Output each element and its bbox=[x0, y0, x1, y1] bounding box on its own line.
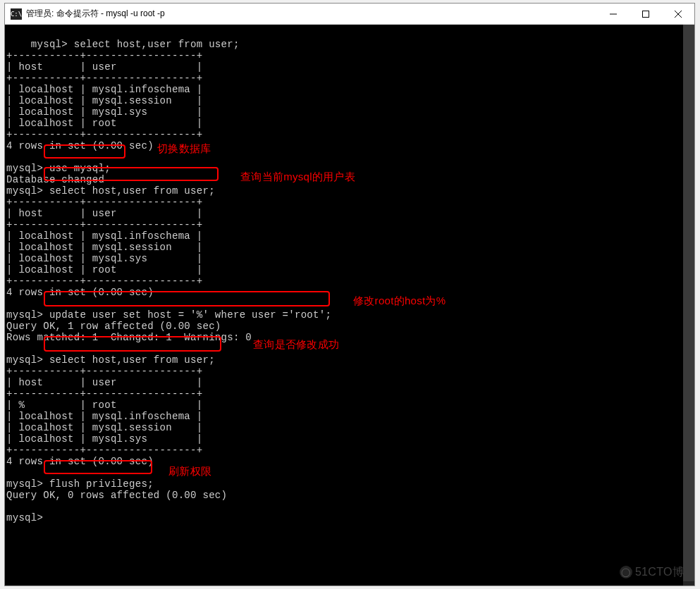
watermark-icon: ◯ bbox=[620, 566, 632, 578]
window-controls bbox=[597, 4, 694, 24]
cmd-window: C:\ 管理员: 命令提示符 - mysql -u root -p mysql>… bbox=[4, 3, 695, 586]
svg-rect-1 bbox=[643, 11, 649, 18]
titlebar: C:\ 管理员: 命令提示符 - mysql -u root -p bbox=[5, 4, 694, 25]
annotation-label-4: 查询是否修改成功 bbox=[253, 339, 339, 350]
close-button[interactable] bbox=[662, 4, 694, 25]
watermark-text: 51CTO博 bbox=[635, 566, 684, 578]
annotation-label-5: 刷新权限 bbox=[168, 466, 211, 477]
scrollbar-thumb[interactable] bbox=[683, 25, 694, 581]
cmd-icon: C:\ bbox=[11, 8, 22, 20]
window-title: 管理员: 命令提示符 - mysql -u root -p bbox=[26, 8, 597, 20]
watermark: ◯ 51CTO博 bbox=[620, 566, 684, 578]
minimize-button[interactable] bbox=[597, 4, 630, 25]
terminal-area[interactable]: mysql> select host,user from user; +----… bbox=[5, 25, 694, 585]
terminal-output: mysql> select host,user from user; +----… bbox=[6, 39, 331, 523]
annotation-label-1: 切换数据库 bbox=[157, 143, 211, 154]
maximize-button[interactable] bbox=[630, 4, 662, 25]
annotation-label-2: 查询当前mysql的用户表 bbox=[240, 171, 355, 182]
scrollbar-track[interactable] bbox=[683, 25, 694, 585]
annotation-label-3: 修改root的host为% bbox=[353, 295, 446, 306]
